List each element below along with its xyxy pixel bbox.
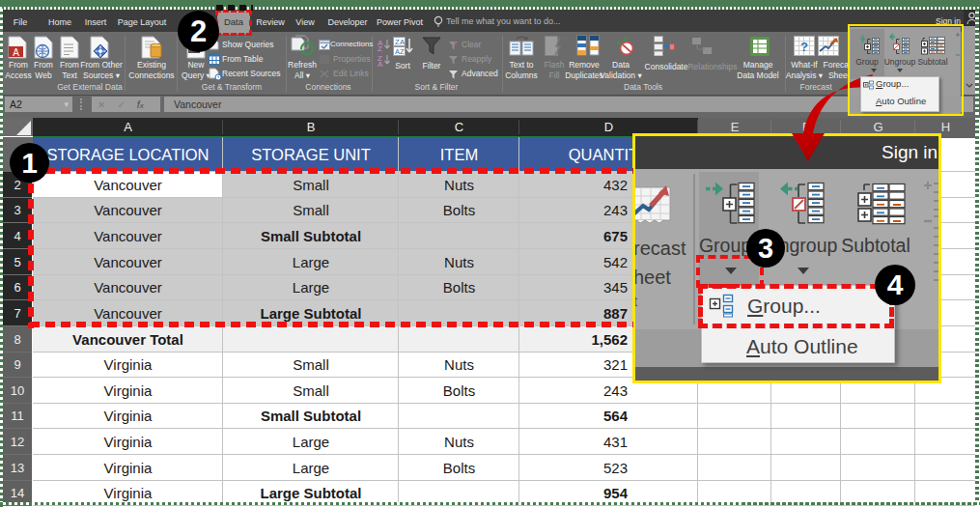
svg-text:Z: Z [378,44,382,51]
svg-text:A: A [400,38,405,46]
svg-text:A: A [378,60,383,67]
svg-text:A: A [13,47,19,58]
svg-text:Z: Z [400,47,405,56]
svg-text:?: ? [800,40,808,54]
